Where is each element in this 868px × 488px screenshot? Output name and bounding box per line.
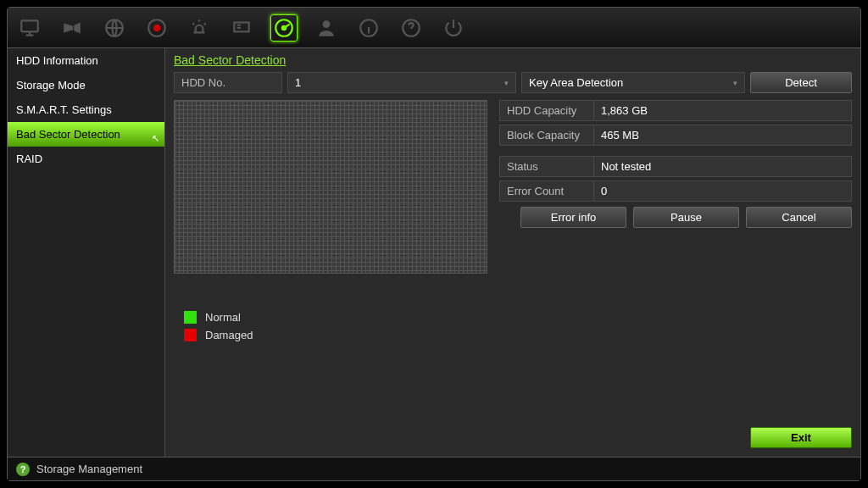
svg-point-3	[153, 24, 161, 31]
top-toolbar	[8, 8, 860, 48]
main-area: HDD Information Storage Mode S.M.A.R.T. …	[8, 48, 860, 457]
svg-point-7	[323, 20, 331, 28]
error-count-value: 0	[594, 180, 852, 202]
info-panel: HDD Capacity 1,863 GB Block Capacity 465…	[499, 100, 852, 347]
camera-icon[interactable]	[58, 14, 86, 42]
hdd-capacity-label: HDD Capacity	[499, 100, 594, 121]
row-error-count: Error Count 0	[499, 180, 852, 202]
exit-button[interactable]: Exit	[750, 427, 852, 448]
status-label: Status	[499, 156, 594, 177]
help-icon[interactable]	[398, 14, 425, 42]
damaged-swatch-icon	[184, 329, 197, 341]
block-capacity-label: Block Capacity	[499, 125, 594, 146]
error-info-button[interactable]: Error info	[520, 207, 626, 228]
alarm-icon[interactable]	[186, 14, 213, 42]
page-title: Bad Sector Detection	[174, 53, 852, 67]
legend: Normal Damaged	[184, 311, 487, 341]
chevron-down-icon: ▾	[733, 79, 737, 87]
legend-normal-label: Normal	[205, 311, 241, 324]
hdd-no-select[interactable]: 1 ▾	[287, 72, 516, 93]
action-button-row: Error info Pause Cancel	[499, 207, 852, 228]
cancel-button[interactable]: Cancel	[746, 207, 852, 228]
detect-button[interactable]: Detect	[750, 72, 852, 93]
app-window: HDD Information Storage Mode S.M.A.R.T. …	[7, 7, 861, 481]
record-icon[interactable]	[143, 14, 170, 42]
sector-map-grid	[174, 100, 487, 274]
body-columns: Normal Damaged HDD Capacity 1,863 GB	[174, 100, 852, 347]
sidebar-item-smart-settings[interactable]: S.M.A.R.T. Settings	[8, 97, 164, 122]
pause-button[interactable]: Pause	[633, 207, 739, 228]
hdd-capacity-value: 1,863 GB	[594, 100, 852, 121]
globe-icon[interactable]	[101, 14, 128, 42]
block-capacity-value: 465 MB	[594, 125, 852, 146]
user-icon[interactable]	[313, 14, 340, 42]
sidebar-item-raid[interactable]: RAID	[8, 147, 164, 171]
legend-normal: Normal	[184, 311, 487, 324]
legend-damaged-label: Damaged	[205, 329, 253, 341]
svg-rect-0	[21, 20, 38, 31]
top-controls-row: HDD No. 1 ▾ Key Area Detection ▾ Detect	[174, 72, 852, 93]
normal-swatch-icon	[184, 311, 197, 324]
hdd-no-label: HDD No.	[174, 72, 282, 93]
svg-rect-4	[234, 22, 248, 31]
display-icon[interactable]	[228, 14, 255, 42]
left-sidebar: HDD Information Storage Mode S.M.A.R.T. …	[8, 48, 165, 457]
hdd-no-value: 1	[295, 76, 301, 89]
sidebar-item-label: Bad Sector Detection	[16, 128, 120, 141]
footer-button-area: Exit	[750, 427, 852, 448]
statusbar-help-icon[interactable]: ?	[16, 463, 30, 476]
detection-mode-value: Key Area Detection	[529, 76, 623, 89]
sidebar-item-hdd-information[interactable]: HDD Information	[8, 48, 164, 73]
row-status: Status Not tested	[499, 156, 852, 177]
detection-mode-select[interactable]: Key Area Detection ▾	[521, 72, 745, 93]
chevron-down-icon: ▾	[504, 79, 509, 87]
hdd-icon[interactable]	[270, 14, 298, 42]
monitor-icon[interactable]	[16, 14, 43, 42]
mouse-cursor-icon: ↖	[152, 133, 159, 144]
status-value: Not tested	[594, 156, 852, 177]
error-count-label: Error Count	[499, 180, 594, 202]
row-block-capacity: Block Capacity 465 MB	[499, 125, 852, 146]
power-icon[interactable]	[440, 14, 467, 42]
row-hdd-capacity: HDD Capacity 1,863 GB	[499, 100, 852, 121]
info-icon[interactable]	[355, 14, 382, 42]
sidebar-item-bad-sector-detection[interactable]: Bad Sector Detection ↖	[8, 122, 164, 147]
statusbar-text: Storage Management	[36, 463, 142, 475]
content-panel: Bad Sector Detection HDD No. 1 ▾ Key Are…	[165, 48, 860, 457]
sidebar-item-storage-mode[interactable]: Storage Mode	[8, 73, 164, 97]
status-bar: ? Storage Management	[8, 457, 860, 480]
legend-damaged: Damaged	[184, 329, 487, 341]
